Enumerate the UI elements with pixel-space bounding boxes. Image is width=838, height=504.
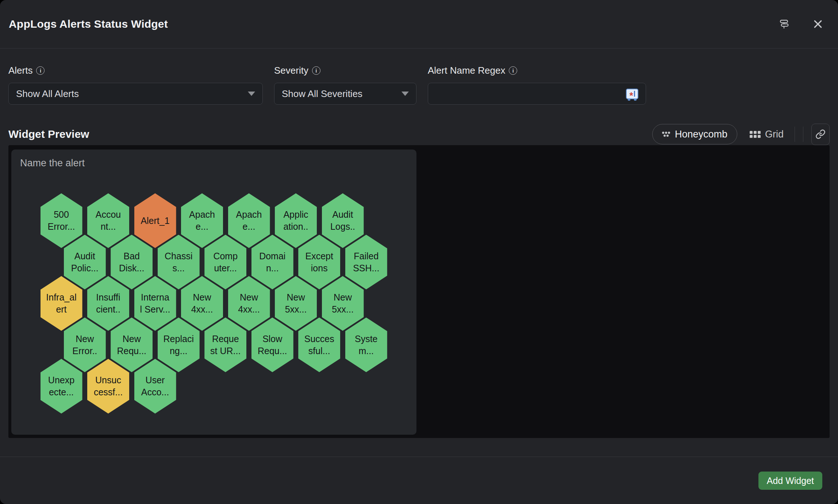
alert-hex-label: Alert_1 [141,215,169,227]
signpost-button[interactable] [777,17,791,31]
alert-hex-cell[interactable]: Slow Requ... [251,318,293,372]
alerts-field-group: Alerts i Show All Alerts [8,65,263,105]
honeycomb-view-label: Honeycomb [675,129,727,140]
severity-select[interactable]: Show All Severities [274,83,416,105]
alert-hex-label: 500 Error... [47,209,75,233]
alert-hex-label: Replaci ng... [164,333,194,357]
severity-label: Severity i [274,65,416,76]
severity-field-group: Severity i Show All Severities [274,65,416,105]
alerts-select[interactable]: Show All Alerts [8,83,263,105]
alert-hex-cell[interactable]: Interna l Serv... [134,276,176,331]
alert-hex-label: Reque st UR... [210,333,241,357]
honeycomb-icon [662,132,670,137]
alert-hex-label: Domai n... [259,250,285,274]
alert-hex-cell[interactable]: 500 Error... [41,193,82,248]
alert-hex-label: Infra_al ert [46,291,76,315]
close-icon [812,19,823,30]
alert-hex-label: Apach e... [236,209,262,233]
close-button[interactable] [811,17,825,31]
alert-hex-cell[interactable]: Domai n... [251,235,293,290]
alert-hex-label: Syste m... [355,333,378,357]
alert-hex-label: Accou nt... [96,209,121,233]
add-widget-dialog: AppLogs Alerts Status Widget Aler [0,0,838,504]
chevron-down-icon [401,92,409,96]
alert-hex-label: Slow Requ... [258,333,287,357]
view-controls: Honeycomb Grid [652,124,830,145]
alert-hex-cell[interactable]: Comp uter... [204,235,246,290]
dialog-header: AppLogs Alerts Status Widget [0,0,838,49]
alert-hex-label: New 5xx... [332,291,354,315]
alert-hex-cell[interactable]: Bad Disk... [111,235,153,290]
alert-hex-cell[interactable]: New 5xx... [275,276,317,331]
alerts-label: Alerts i [8,65,263,76]
preview-title: Widget Preview [8,128,89,140]
chevron-down-icon [248,92,255,96]
link-icon [815,129,826,139]
alert-hex-label: Chassi s... [165,250,192,274]
alert-hex-cell[interactable]: Insuffi cient.. [87,276,129,331]
alert-hex-cell[interactable]: Apach e... [228,193,270,248]
alert-hex-cell[interactable]: New 4xx... [228,276,270,331]
regex-info-icon[interactable]: i [509,66,517,75]
divider [803,127,803,142]
alert-hex-cell[interactable]: New Requ... [111,318,153,372]
alerts-label-text: Alerts [8,65,32,76]
alert-hex-cell[interactable]: Succes sful... [298,318,340,372]
footer-divider [0,457,838,457]
alert-hex-label: Unsuc cessf... [94,374,123,398]
grid-view-button[interactable]: Grid [750,129,784,140]
alert-hex-cell[interactable]: Chassi s... [158,235,200,290]
regex-field-group: Alert Name Regex i * [428,65,646,105]
alert-hex-cell[interactable]: Accou nt... [87,193,129,248]
grid-view-label: Grid [765,129,784,140]
alert-hex-cell[interactable]: Audit Logs.. [322,193,364,248]
severity-info-icon[interactable]: i [312,66,320,75]
alert-hex-label: New Error.. [72,333,97,357]
alert-hex-label: User Acco... [141,374,169,398]
alert-hex-cell[interactable]: Audit Polic... [64,235,106,290]
alert-hex-cell[interactable]: Apach e... [181,193,223,248]
alert-hex-cell[interactable]: Unexp ecte... [41,359,82,414]
alert-hex-label: Comp uter... [213,250,238,274]
honeycomb-field: 500 Error...Accou nt...Alert_1Apach e...… [11,150,416,435]
alert-hex-cell[interactable]: Infra_al ert [41,276,82,331]
alert-hex-cell[interactable]: Reque st UR... [204,318,246,372]
alert-hex-cell[interactable]: Syste m... [345,318,387,372]
severity-label-text: Severity [274,65,308,76]
honeycomb-view-button[interactable]: Honeycomb [652,124,737,144]
alert-hex-cell[interactable]: Replaci ng... [158,318,200,372]
alert-hex-label: New 5xx... [285,291,307,315]
alert-hex-label: Applic ation.. [283,209,308,233]
alert-hex-label: Bad Disk... [119,250,144,274]
alert-hex-cell[interactable]: Failed SSH... [345,235,387,290]
alert-hex-label: Unexp ecte... [48,374,74,398]
alert-hex-cell[interactable]: New 4xx... [181,276,223,331]
alert-hex-cell[interactable]: New 5xx... [322,276,364,331]
alerts-select-value: Show All Alerts [16,88,79,100]
severity-select-value: Show All Severities [282,88,362,100]
regex-input[interactable]: * [428,83,646,105]
alert-hex-label: New 4xx... [238,291,260,315]
alert-hex-cell[interactable]: Except ions [298,235,340,290]
alert-hex-cell[interactable]: User Acco... [134,359,176,414]
alert-hex-cell[interactable]: New Error.. [64,318,106,372]
regex-icon: * [626,89,638,99]
alert-hex-label: Except ions [305,250,333,274]
alert-hex-label: Insuffi cient.. [96,291,120,315]
alerts-info-icon[interactable]: i [36,66,45,75]
add-widget-button[interactable]: Add Widget [758,472,822,490]
alert-hex-cell[interactable]: Alert_1 [134,193,176,248]
widget-filter-form: Alerts i Show All Alerts Severity i Show… [8,65,646,105]
copy-link-button[interactable] [811,124,830,145]
signpost-icon [778,18,790,30]
widget-preview-area: Name the alert 500 Error...Accou nt...Al… [8,145,830,438]
alert-hex-cell[interactable]: Applic ation.. [275,193,317,248]
grid-icon [750,131,761,138]
alert-hex-cell[interactable]: Unsuc cessf... [87,359,129,414]
regex-label-text: Alert Name Regex [428,65,505,76]
alert-hex-label: Failed SSH... [353,250,379,274]
header-actions [777,17,825,31]
alert-hex-label: Apach e... [189,209,215,233]
alert-hex-label: Interna l Serv... [140,291,170,315]
alert-hex-label: Succes sful... [304,333,334,357]
